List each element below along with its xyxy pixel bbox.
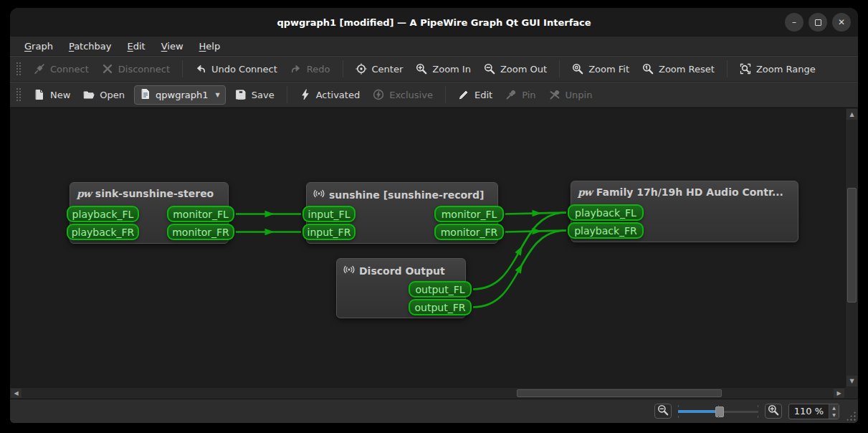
graph-viewport[interactable]: pwsink-sunshine-stereoplayback_FLplaybac… xyxy=(10,108,845,387)
zoom-spinbox[interactable]: 110 % ▲ ▼ xyxy=(788,404,839,419)
patchbay-combo[interactable]: qpwgraph1▼ xyxy=(134,85,226,105)
zoom-out-icon xyxy=(484,63,495,75)
toolbar-button-label: Undo Connect xyxy=(211,64,277,75)
resize-grip-icon[interactable] xyxy=(846,411,856,421)
toolbar-button-label: Zoom Out xyxy=(500,64,547,75)
zoom-in-button[interactable]: Zoom In xyxy=(409,60,477,78)
exclusive-button: Exclusive xyxy=(366,85,439,104)
node-title: Discord Output xyxy=(337,259,465,282)
menu-graph[interactable]: Graph xyxy=(17,39,60,54)
connect-button: Connect xyxy=(27,60,95,78)
port-sunshine-input_FL[interactable]: input_FL xyxy=(302,206,356,222)
port-family-playback_FL[interactable]: playback_FL xyxy=(568,204,644,221)
qpwgraph-window: qpwgraph1 [modified] — A PipeWire Graph … xyxy=(10,8,858,423)
toolbar-button-label: Exclusive xyxy=(389,90,433,100)
minimize-button[interactable]: – xyxy=(785,13,803,32)
connection-wires xyxy=(10,108,845,387)
scrollbar-corner xyxy=(845,387,858,399)
vertical-scrollbar[interactable]: ▲ ▼ xyxy=(845,108,858,387)
maximize-button[interactable] xyxy=(809,13,827,32)
hscroll-thumb[interactable] xyxy=(517,389,722,397)
zoom-in-button[interactable] xyxy=(765,404,782,419)
port-sunshine-monitor_FL[interactable]: monitor_FL xyxy=(434,206,504,222)
port-sink-monitor_FR[interactable]: monitor_FR xyxy=(167,224,234,240)
toolbar-graph: ConnectDisconnectUndo ConnectRedoCenterZ… xyxy=(10,56,858,82)
zoom-out-button[interactable] xyxy=(654,404,672,419)
scroll-down-icon[interactable]: ▼ xyxy=(846,376,857,386)
port-sink-monitor_FL[interactable]: monitor_FL xyxy=(167,206,234,222)
toolbar-button-label: Edit xyxy=(474,90,492,100)
zoom-out-button[interactable]: Zoom Out xyxy=(477,60,553,78)
redo-icon xyxy=(290,63,302,75)
node-title: pwsink-sunshine-stereo xyxy=(70,183,228,204)
port-family-playback_FR[interactable]: playback_FR xyxy=(568,222,644,239)
menu-view[interactable]: View xyxy=(154,39,191,54)
port-sink-playback_FL[interactable]: playback_FL xyxy=(67,206,139,222)
graph-canvas-frame: pwsink-sunshine-stereoplayback_FLplaybac… xyxy=(10,108,858,399)
menu-patchbay[interactable]: Patchbay xyxy=(62,39,119,54)
scroll-right-icon[interactable]: ▶ xyxy=(834,389,844,398)
zoom-fit-button[interactable]: Zoom Fit xyxy=(566,60,636,78)
pin-button: Pin xyxy=(499,85,542,104)
titlebar[interactable]: qpwgraph1 [modified] — A PipeWire Graph … xyxy=(10,8,858,37)
zoom-reset-button[interactable]: Zoom Reset xyxy=(636,60,721,78)
toolbar-button-label: Save xyxy=(252,90,275,100)
zoom-range-icon xyxy=(740,63,751,75)
port-sunshine-monitor_FR[interactable]: monitor_FR xyxy=(434,224,504,240)
save-button[interactable]: Save xyxy=(229,85,281,104)
node-title-text: sunshine [sunshine-record] xyxy=(329,189,484,201)
toolbar-button-label: New xyxy=(50,90,70,100)
window-controls: –✕ xyxy=(785,13,851,32)
maximize-icon xyxy=(815,19,821,26)
chevron-down-icon: ▼ xyxy=(216,92,220,98)
menu-edit[interactable]: Edit xyxy=(120,39,153,54)
broadcast-icon xyxy=(343,264,355,277)
horizontal-scrollbar[interactable]: ◀ ▶ xyxy=(10,387,845,399)
node-title-text: sink-sunshine-stereo xyxy=(95,188,214,199)
edit-pencil-icon xyxy=(458,89,469,100)
undo-connect-button[interactable]: Undo Connect xyxy=(189,60,284,78)
zoom-slider-handle[interactable] xyxy=(715,406,724,417)
connect-icon xyxy=(34,63,45,75)
open-button[interactable]: Open xyxy=(77,85,131,104)
zoom-slider-fill xyxy=(678,410,716,413)
broadcast-icon xyxy=(313,188,325,201)
spin-down-icon[interactable]: ▼ xyxy=(829,411,839,419)
toolbar-drag-handle[interactable] xyxy=(16,87,22,102)
unpin-button: Unpin xyxy=(543,85,599,104)
port-discord-output_FR[interactable]: output_FR xyxy=(409,299,472,315)
toolbar-button-label: Unpin xyxy=(566,90,593,100)
toolbar-separator xyxy=(287,86,287,103)
activated-bolt-icon xyxy=(300,89,311,100)
zoom-range-button[interactable]: Zoom Range xyxy=(733,60,822,78)
center-button[interactable]: Center xyxy=(349,60,410,78)
toolbar-button-label: Zoom Fit xyxy=(588,64,629,75)
activated-button[interactable]: Activated xyxy=(293,85,367,104)
toolbar-separator xyxy=(445,86,446,103)
toolbar-drag-handle[interactable] xyxy=(16,62,22,76)
spin-up-icon[interactable]: ▲ xyxy=(829,404,839,411)
toolbar-button-label: Pin xyxy=(522,90,535,100)
menubar: GraphPatchbayEditViewHelp xyxy=(10,37,858,56)
port-sunshine-input_FR[interactable]: input_FR xyxy=(302,224,356,240)
undo-icon xyxy=(195,63,206,75)
node-title: sunshine [sunshine-record] xyxy=(307,183,497,206)
node-title-text: Discord Output xyxy=(359,265,445,277)
scroll-left-icon[interactable]: ◀ xyxy=(11,389,22,398)
statusbar: 110 % ▲ ▼ xyxy=(10,399,858,423)
close-button[interactable]: ✕ xyxy=(832,13,851,32)
port-sink-playback_FR[interactable]: playback_FR xyxy=(67,224,139,240)
new-button[interactable]: New xyxy=(27,85,77,104)
vscroll-thumb[interactable] xyxy=(847,188,857,303)
zoom-fit-icon xyxy=(572,63,583,75)
toolbar-button-label: Zoom In xyxy=(432,64,471,75)
toolbar-file: NewOpenqpwgraph1▼SaveActivatedExclusiveE… xyxy=(10,82,858,108)
pipewire-icon: pw xyxy=(578,186,592,198)
toolbar-separator xyxy=(727,60,728,77)
edit-button[interactable]: Edit xyxy=(452,85,499,104)
scroll-up-icon[interactable]: ▲ xyxy=(846,109,857,120)
menu-help[interactable]: Help xyxy=(192,39,228,54)
zoom-slider[interactable] xyxy=(678,404,758,419)
zoom-in-icon xyxy=(768,404,779,419)
port-discord-output_FL[interactable]: output_FL xyxy=(409,281,472,298)
